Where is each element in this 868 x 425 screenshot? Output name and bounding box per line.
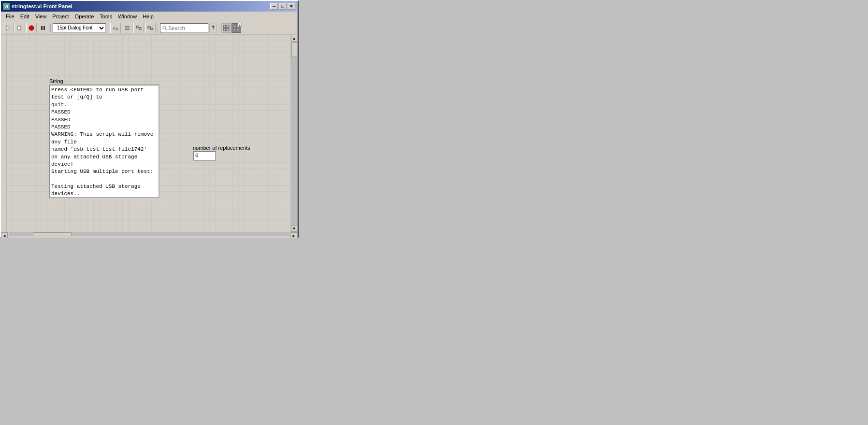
scroll-thumb-horizontal[interactable] xyxy=(33,232,72,236)
menu-project[interactable]: Project xyxy=(49,13,72,20)
title-bar-left: VI stringtest.vi Front Panel xyxy=(3,3,72,10)
menu-help[interactable]: Help xyxy=(140,13,157,20)
bottom-bar: ◄ ► xyxy=(1,232,297,238)
num-replacements-widget: number of replacements 0 xyxy=(193,145,250,161)
svg-rect-17 xyxy=(223,25,226,28)
scroll-down-button[interactable]: ▼ xyxy=(291,225,298,232)
abort-button[interactable] xyxy=(26,23,37,33)
main-window: VI stringtest.vi Front Panel ─ □ ✕ File … xyxy=(0,0,298,238)
scroll-track-horizontal[interactable] xyxy=(9,232,289,236)
toolbar-separator-1 xyxy=(50,24,51,32)
toolbar: 15pt Dialog Font A A xyxy=(1,21,297,35)
menu-edit[interactable]: Edit xyxy=(17,13,32,20)
search-input[interactable] xyxy=(168,25,207,31)
menu-view[interactable]: View xyxy=(32,13,50,20)
menu-operate[interactable]: Operate xyxy=(72,13,97,20)
svg-rect-12 xyxy=(139,28,141,29)
svg-rect-13 xyxy=(148,27,150,28)
canvas-area[interactable]: String Press <ENTER> to run USB port tes… xyxy=(7,35,290,232)
scroll-right-button[interactable]: ► xyxy=(290,232,297,238)
restore-button[interactable]: □ xyxy=(279,3,287,10)
help-button[interactable]: ? xyxy=(209,24,217,32)
window-icon: VI xyxy=(3,3,10,10)
grid-buttons: 2 xyxy=(221,23,241,33)
font-selector[interactable]: 15pt Dialog Font xyxy=(53,23,106,33)
pause-button[interactable] xyxy=(38,23,48,33)
resize-button[interactable] xyxy=(145,23,156,33)
grid-button-2[interactable]: 2 xyxy=(231,23,241,33)
svg-marker-2 xyxy=(20,26,22,30)
string-content: Press <ENTER> to run USB port test or [q… xyxy=(51,86,158,198)
num-replacements-label: number of replacements xyxy=(193,145,250,151)
string-label: String xyxy=(49,78,159,84)
svg-rect-11 xyxy=(136,26,138,28)
run-continuously-button[interactable] xyxy=(14,23,25,33)
toolbar-separator-2 xyxy=(108,24,108,32)
svg-rect-18 xyxy=(227,25,229,28)
svg-rect-24 xyxy=(233,28,236,31)
svg-point-3 xyxy=(29,26,34,30)
svg-line-16 xyxy=(166,28,167,30)
minimize-button[interactable]: ─ xyxy=(270,3,278,10)
title-bar: VI stringtest.vi Front Panel ─ □ ✕ xyxy=(1,1,297,12)
badge-number: 2 xyxy=(238,23,242,27)
run-button[interactable] xyxy=(3,23,14,33)
main-area: String Press <ENTER> to run USB port tes… xyxy=(1,35,297,232)
grid-button-1[interactable] xyxy=(221,23,231,33)
scroll-thumb-vertical[interactable] xyxy=(291,42,297,57)
menu-window[interactable]: Window xyxy=(115,13,140,20)
string-display[interactable]: Press <ENTER> to run USB port test or [q… xyxy=(49,85,159,198)
svg-rect-22 xyxy=(233,25,236,28)
svg-rect-5 xyxy=(43,26,45,30)
close-button[interactable]: ✕ xyxy=(288,3,295,10)
num-replacements-display: 0 xyxy=(193,151,216,161)
window-title: stringtest.vi Front Panel xyxy=(12,3,72,9)
menu-tools[interactable]: Tools xyxy=(97,13,115,20)
svg-point-15 xyxy=(163,26,166,29)
svg-text:A: A xyxy=(116,27,118,31)
svg-rect-4 xyxy=(41,26,43,30)
scroll-left-button[interactable]: ◄ xyxy=(1,232,8,238)
title-buttons: ─ □ ✕ xyxy=(270,3,295,10)
search-box[interactable] xyxy=(160,23,208,33)
svg-rect-25 xyxy=(237,28,239,31)
scroll-up-button[interactable]: ▲ xyxy=(291,35,298,42)
svg-rect-19 xyxy=(223,28,226,31)
text-size-down-button[interactable]: A A xyxy=(110,23,121,33)
svg-marker-0 xyxy=(6,26,10,30)
menubar: File Edit View Project Operate Tools Win… xyxy=(1,12,297,21)
distribute-button[interactable] xyxy=(133,23,144,33)
right-scrollbar: ▲ ▼ xyxy=(290,35,297,232)
toolbar-separator-3 xyxy=(158,24,158,32)
left-ruler xyxy=(1,35,7,232)
svg-rect-20 xyxy=(227,28,229,31)
menu-file[interactable]: File xyxy=(3,13,17,20)
svg-rect-14 xyxy=(150,28,153,29)
align-button[interactable] xyxy=(122,23,132,33)
string-widget: String Press <ENTER> to run USB port tes… xyxy=(49,78,159,198)
toolbar-separator-4 xyxy=(219,24,219,32)
scroll-track-vertical[interactable] xyxy=(291,42,298,225)
